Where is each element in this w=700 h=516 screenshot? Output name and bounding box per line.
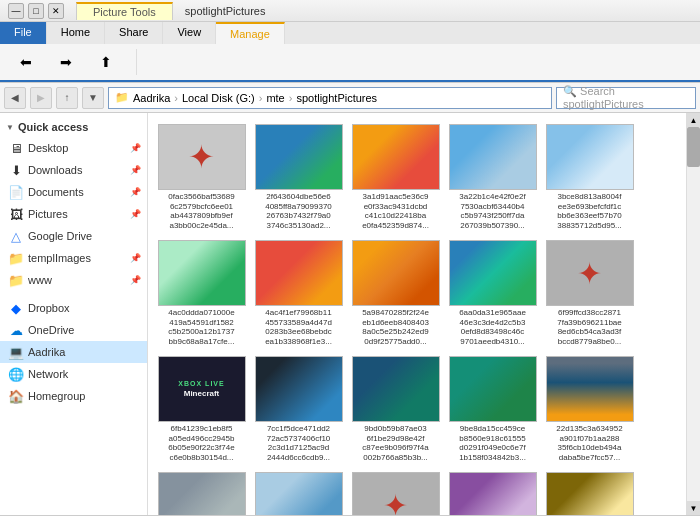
list-item[interactable]: 4ac4f1ef79968b11455733589a4d47d0283b3ee6…: [251, 235, 346, 349]
file-thumbnail: [546, 124, 634, 190]
list-item[interactable]: [445, 467, 540, 515]
list-item[interactable]: ✦ 0fac3566baf536896c2579bcfc6ee01ab44378…: [154, 119, 249, 233]
tab-file[interactable]: File: [0, 22, 47, 44]
path-icon: 📁: [115, 91, 129, 104]
tab-share[interactable]: Share: [105, 22, 163, 44]
puzzle-icon-3: ✦: [383, 488, 408, 516]
sidebar: ▼ Quick access 🖥 Desktop 📌 ⬇ Downloads 📌…: [0, 113, 148, 515]
pictures-icon: 🖼: [8, 206, 24, 222]
documents-icon: 📄: [8, 184, 24, 200]
list-item[interactable]: 6aa0da31e965aae46e3c3de4d2c5b30efd8d8349…: [445, 235, 540, 349]
file-thumbnail: [158, 240, 246, 306]
minecraft-label: Minecraft: [184, 389, 220, 398]
ribbon: File Home Share View Manage ⬅ ➡ ⬆: [0, 22, 700, 83]
file-name: 2f643604dbe56e64085ff8a7909937026763b743…: [265, 192, 332, 228]
file-name: 3a1d91aac5e36c9e0f33ac9431dcbdc41c10d224…: [362, 192, 429, 228]
list-item[interactable]: [542, 467, 637, 515]
pin-icon-downloads: 📌: [130, 165, 141, 175]
aadrika-icon: 💻: [8, 344, 24, 360]
sidebar-label-network: Network: [28, 368, 141, 380]
list-item[interactable]: 3bce8d813a8004fee3e693befcfdf1cbb6e363ee…: [542, 119, 637, 233]
file-name: 6f99ffcd38cc28717fa39b696211bae8ed6cb54c…: [557, 308, 622, 344]
sidebar-item-network[interactable]: 🌐 Network: [0, 363, 147, 385]
tab-manage[interactable]: Manage: [216, 22, 285, 44]
path-part-2[interactable]: Local Disk (G:): [182, 92, 255, 104]
back-button[interactable]: ◀: [4, 87, 26, 109]
sidebar-item-www[interactable]: 📁 www 📌: [0, 269, 147, 291]
xbox-live-icon: XBOX LIVE: [178, 380, 224, 387]
search-input[interactable]: 🔍 Search spotlightPictures: [556, 87, 696, 109]
ribbon-btn-up[interactable]: ⬆: [88, 49, 124, 75]
sidebar-label-homegroup: Homegroup: [28, 390, 141, 402]
sidebar-label-downloads: Downloads: [28, 164, 126, 176]
list-item[interactable]: 7cc1f5dce471dd272ac5737406cf102c3d1d7125…: [251, 351, 346, 465]
list-item[interactable]: 22d135c3a634952a901f07b1aa28835f6cb10deb…: [542, 351, 637, 465]
list-item[interactable]: XBOX LIVE Minecraft 6fb41239c1eb8f5a05ed…: [154, 351, 249, 465]
list-item[interactable]: 9be8da15cc459ceb8560e918c61555d0291f049e…: [445, 351, 540, 465]
file-thumbnail: [449, 472, 537, 515]
sidebar-item-homegroup[interactable]: 🏠 Homegroup: [0, 385, 147, 407]
sidebar-item-desktop[interactable]: 🖥 Desktop 📌: [0, 137, 147, 159]
sidebar-item-dropbox[interactable]: ◆ Dropbox: [0, 297, 147, 319]
sidebar-label-templimages: templImages: [28, 252, 126, 264]
file-name: 3bce8d813a8004fee3e693befcfdf1cbb6e363ee…: [557, 192, 622, 228]
homegroup-icon: 🏠: [8, 388, 24, 404]
file-thumbnail: [449, 124, 537, 190]
tab-home[interactable]: Home: [47, 22, 105, 44]
list-item[interactable]: 33a79e0cec937fa8596dd2e372b592111148f572…: [154, 467, 249, 515]
file-name: 3a22b1c4e42f0e2f7530acbf63440b4c5b9743f2…: [459, 192, 525, 228]
sidebar-label-pictures: Pictures: [28, 208, 126, 220]
path-part-4[interactable]: spotlightPictures: [296, 92, 377, 104]
forward-button[interactable]: ▶: [30, 87, 52, 109]
onedrive-icon: ☁: [8, 322, 24, 338]
path-part-1[interactable]: Aadrika: [133, 92, 170, 104]
list-item[interactable]: 5a98470285f2f24eeb1d6eeb84084038a0c5e25b…: [348, 235, 443, 349]
sidebar-item-templimages[interactable]: 📁 templImages 📌: [0, 247, 147, 269]
file-name: 6aa0da31e965aae46e3c3de4d2c5b30efd8d8349…: [459, 308, 526, 344]
recent-button[interactable]: ▼: [82, 87, 104, 109]
pin-icon-documents: 📌: [130, 187, 141, 197]
ribbon-btn-back[interactable]: ⬅: [8, 49, 44, 75]
list-item[interactable]: ✦ 6f99ffcd38cc28717fa39b696211bae8ed6cb5…: [542, 235, 637, 349]
minimize-button[interactable]: —: [8, 3, 24, 19]
path-part-3[interactable]: mte: [266, 92, 284, 104]
sidebar-item-documents[interactable]: 📄 Documents 📌: [0, 181, 147, 203]
list-item[interactable]: 4ac0ddda071000e419a54591df1582c5b2500a12…: [154, 235, 249, 349]
sidebar-item-pictures[interactable]: 🖼 Pictures 📌: [0, 203, 147, 225]
list-item[interactable]: 3a1d91aac5e36c9e0f33ac9431dcbdc41c10d224…: [348, 119, 443, 233]
maximize-button[interactable]: □: [28, 3, 44, 19]
file-thumbnail: [546, 356, 634, 422]
file-thumbnail: XBOX LIVE Minecraft: [158, 356, 246, 422]
list-item[interactable]: 2f643604dbe56e64085ff8a7909937026763b743…: [251, 119, 346, 233]
address-path[interactable]: 📁 Aadrika › Local Disk (G:) › mte › spot…: [108, 87, 552, 109]
file-grid-container: ▲ ▼ ✦ 0fac3566baf536896c2579bcfc6ee01ab4…: [148, 113, 700, 515]
sidebar-label-desktop: Desktop: [28, 142, 126, 154]
file-thumbnail: [255, 240, 343, 306]
sidebar-item-google-drive[interactable]: △ Google Drive: [0, 225, 147, 247]
tab-view[interactable]: View: [163, 22, 216, 44]
list-item[interactable]: 3a22b1c4e42f0e2f7530acbf63440b4c5b9743f2…: [445, 119, 540, 233]
downloads-icon: ⬇: [8, 162, 24, 178]
www-icon: 📁: [8, 272, 24, 288]
file-thumbnail: [449, 240, 537, 306]
sidebar-item-aadrika[interactable]: 💻 Aadrika: [0, 341, 147, 363]
file-thumbnail: [449, 356, 537, 422]
dropbox-icon: ◆: [8, 300, 24, 316]
sidebar-item-onedrive[interactable]: ☁ OneDrive: [0, 319, 147, 341]
list-item[interactable]: 9bd0b59b87ae036f1be29d98e42fc87ee9b096f9…: [348, 351, 443, 465]
puzzle-icon: ✦: [188, 138, 215, 176]
file-name: 9bd0b59b87ae036f1be29d98e42fc87ee9b096f9…: [362, 424, 428, 460]
quick-access-header[interactable]: ▼ Quick access: [0, 117, 147, 137]
sidebar-label-documents: Documents: [28, 186, 126, 198]
list-item[interactable]: ✦ 81e9ba277c14bd42308a4fc51503754267095d…: [348, 467, 443, 515]
up-button[interactable]: ↑: [56, 87, 78, 109]
sidebar-item-downloads[interactable]: ⬇ Downloads 📌: [0, 159, 147, 181]
file-name: 4ac4f1ef79968b11455733589a4d47d0283b3ee6…: [265, 308, 332, 344]
ribbon-btn-forward[interactable]: ➡: [48, 49, 84, 75]
window-title: spotlightPictures: [185, 5, 266, 17]
window-controls[interactable]: — □ ✕: [8, 3, 64, 19]
picture-tools-tab[interactable]: Picture Tools: [76, 2, 173, 20]
list-item[interactable]: 37c86e934e3a51ce3d6a4da697a729ae4deafbdd…: [251, 467, 346, 515]
close-button[interactable]: ✕: [48, 3, 64, 19]
sidebar-label-onedrive: OneDrive: [28, 324, 141, 336]
